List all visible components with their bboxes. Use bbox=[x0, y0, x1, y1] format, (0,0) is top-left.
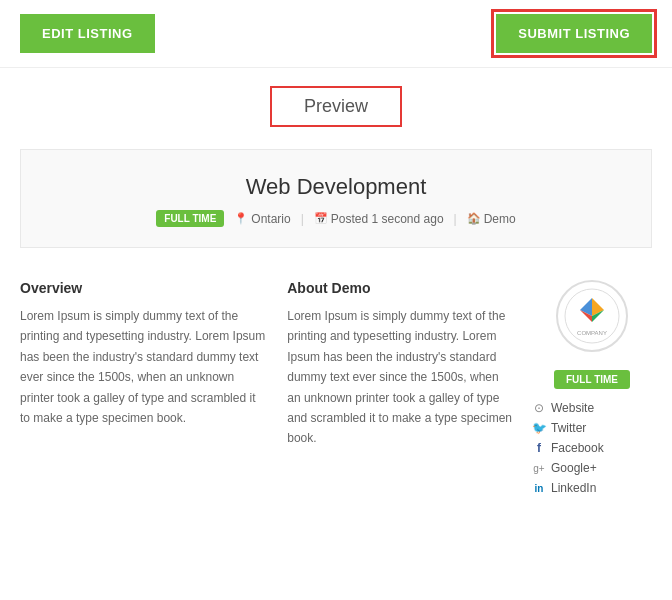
submit-listing-button[interactable]: SUBMIT LISTING bbox=[496, 14, 652, 53]
edit-listing-button[interactable]: EDIT LISTING bbox=[20, 14, 155, 53]
link-linkedin[interactable]: in LinkedIn bbox=[532, 481, 652, 495]
meta-separator-1: | bbox=[301, 212, 304, 226]
job-posted: 📅 Posted 1 second ago bbox=[314, 212, 444, 226]
overview-title: Overview bbox=[20, 280, 267, 296]
link-googleplus[interactable]: g+ Google+ bbox=[532, 461, 652, 475]
job-company: 🏠 Demo bbox=[467, 212, 516, 226]
job-location: 📍 Ontario bbox=[234, 212, 290, 226]
header-bar: EDIT LISTING SUBMIT LISTING bbox=[0, 0, 672, 68]
linkedin-icon: in bbox=[532, 483, 546, 494]
overview-text: Lorem Ipsum is simply dummy text of the … bbox=[20, 306, 267, 428]
sidebar-column: COMPANY FULL TIME ⊙ Website 🐦 Twitter f … bbox=[532, 280, 652, 501]
about-column: About Demo Lorem Ipsum is simply dummy t… bbox=[287, 280, 512, 501]
preview-section: Preview bbox=[0, 68, 672, 137]
link-website[interactable]: ⊙ Website bbox=[532, 401, 652, 415]
calendar-icon: 📅 bbox=[314, 212, 328, 225]
link-facebook[interactable]: f Facebook bbox=[532, 441, 652, 455]
about-text: Lorem Ipsum is simply dummy text of the … bbox=[287, 306, 512, 449]
link-twitter[interactable]: 🐦 Twitter bbox=[532, 421, 652, 435]
meta-separator-2: | bbox=[454, 212, 457, 226]
preview-label: Preview bbox=[270, 86, 402, 127]
job-card: Web Development FULL TIME 📍 Ontario | 📅 … bbox=[20, 149, 652, 248]
about-title: About Demo bbox=[287, 280, 512, 296]
location-icon: 📍 bbox=[234, 212, 248, 225]
company-logo: COMPANY bbox=[556, 280, 628, 352]
full-time-badge: FULL TIME bbox=[156, 210, 224, 227]
job-title: Web Development bbox=[41, 174, 631, 200]
company-icon: 🏠 bbox=[467, 212, 481, 225]
facebook-icon: f bbox=[532, 441, 546, 455]
content-area: Overview Lorem Ipsum is simply dummy tex… bbox=[0, 260, 672, 511]
job-meta: FULL TIME 📍 Ontario | 📅 Posted 1 second … bbox=[41, 210, 631, 227]
twitter-icon: 🐦 bbox=[532, 421, 546, 435]
googleplus-icon: g+ bbox=[532, 463, 546, 474]
svg-text:COMPANY: COMPANY bbox=[577, 330, 607, 336]
overview-column: Overview Lorem Ipsum is simply dummy tex… bbox=[20, 280, 267, 501]
website-icon: ⊙ bbox=[532, 401, 546, 415]
sidebar-full-time-badge: FULL TIME bbox=[554, 370, 630, 389]
social-links: ⊙ Website 🐦 Twitter f Facebook g+ Google… bbox=[532, 401, 652, 501]
